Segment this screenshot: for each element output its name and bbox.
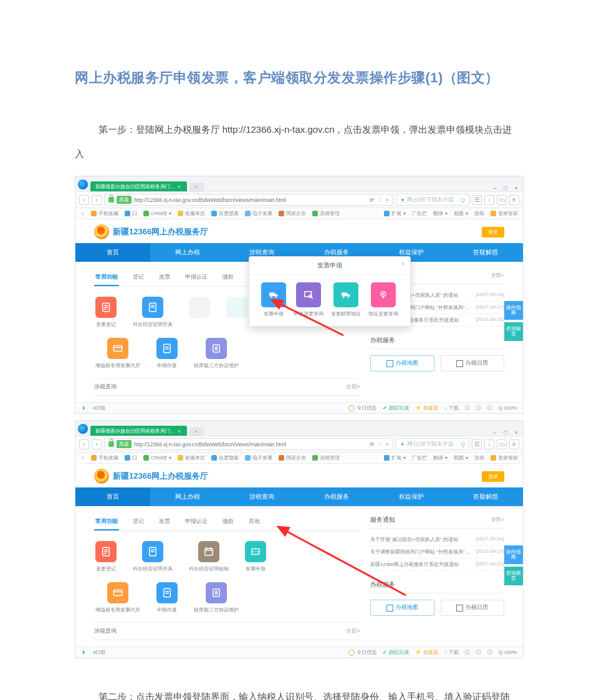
browser-menu-button[interactable]: ≡ [509,439,519,449]
status-other[interactable]: ⓘ [476,405,481,411]
window-max-icon[interactable]: □ [501,429,509,436]
fn-outcert-create[interactable]: 外出经营证明开具 [133,297,173,328]
browser-tab-new[interactable]: + [189,427,204,436]
bookmark-item[interactable]: 口 [125,210,137,217]
status-other[interactable]: ⓘ [465,405,470,411]
news-row[interactable]: 新疆12366网上办税服务厅系统升级通知[2017-04-21] [370,559,504,571]
fn-change-reg[interactable]: 变更登记 [95,541,117,572]
bookmark-item[interactable]: 国家企查 [279,210,306,217]
subtab-pay[interactable]: 缴款 [221,514,235,530]
address-dropdown-icon[interactable]: ▾ [386,441,389,448]
popup-progress-query[interactable]: 申领进度查询 [294,282,323,317]
fn-change-reg[interactable]: 变更登记 [95,297,117,328]
subtab-common[interactable]: 常用功能 [94,514,119,530]
subtab-pay[interactable]: 缴款 [221,269,235,286]
nav-forward-button[interactable]: › [92,439,102,449]
browser-ext-button-2[interactable]: ↓ [484,439,494,449]
popup-change-address[interactable]: 变更邮寄地址 [331,282,361,317]
bookmark-item[interactable]: 百度搜索 [211,210,239,217]
toolbar-ext[interactable]: 登录管家 [491,210,518,217]
popup-invoice-apply[interactable]: 发票申领 [261,282,286,317]
status-track[interactable]: ✔ 跟踪完成 [383,649,409,656]
inquiry-more[interactable]: 全部> [346,627,360,635]
search-go-icon[interactable]: Q [461,197,465,203]
inquiry-bar[interactable]: 涉税查询 全部> [94,378,360,396]
status-download[interactable]: ↓ 下载 [444,649,459,656]
bookmark-item[interactable]: 口 [125,454,137,461]
login-button[interactable]: 登录 [482,471,504,482]
address-star-icon[interactable]: ☆ [377,440,383,448]
nav-wsbs[interactable]: 网上办税 [150,487,225,506]
bookmark-item[interactable]: 电子发票 [245,210,272,217]
browser-ext-button-1[interactable]: ☰ [472,195,482,205]
address-bar[interactable]: 高速 http://12366.xj-n-tax.gov.cn/BsfwWeb/… [104,194,393,206]
tab-close-icon[interactable]: × [178,184,181,190]
toolbar-ext[interactable]: 广告拦 [412,454,427,461]
address-refresh-icon[interactable]: ⟳ [370,441,375,448]
nav-home[interactable]: 首页 [75,243,150,262]
nav-bsfw[interactable]: 办税服务 [299,487,374,506]
news-row[interactable]: 关于开展"减法组合+优税执人派" 的通知[2017-05-04] [370,534,504,546]
nav-home[interactable]: 首页 [75,487,150,506]
subtab-declare[interactable]: 申报认证 [184,514,209,530]
status-track[interactable]: ✔ 跟踪完成 [383,405,409,411]
window-close-icon[interactable]: × [512,185,520,191]
address-star-icon[interactable]: ☆ [377,196,383,204]
bookmark-item[interactable]: CRM佳▾ [143,454,171,461]
fn-vat-agent[interactable]: 增值税专用发票代开 [95,582,140,613]
search-go-icon[interactable]: Q [461,441,465,448]
float-consult-button[interactable]: 咨询留言 [504,322,523,341]
svc-calendar-button[interactable]: 办税日历 [441,355,505,372]
fn-declare-void[interactable]: 申报作废 [156,582,178,613]
toolbar-ext[interactable]: 翻译▾ [433,454,448,461]
window-min-icon[interactable]: – [491,429,499,436]
bookmark-item[interactable]: 收藏本页 [178,454,205,461]
browser-ext-button-1[interactable]: ☰ [472,439,482,449]
nav-forward-button[interactable]: › [92,195,102,205]
nav-dyjh[interactable]: 答疑解惑 [448,243,523,262]
status-download[interactable]: ↓ 下载 [444,405,459,411]
fn-bank-agreement[interactable]: 税库银三方协议维护 [194,582,239,613]
browser-ext-button-3[interactable]: ▭ [497,439,507,449]
nav-back-button[interactable]: ‹ [79,195,89,205]
tab-close-icon[interactable]: × [178,428,181,434]
news-more[interactable]: 全部> [491,272,504,280]
toolbar-ext[interactable]: 游戏 [474,210,484,217]
browser-menu-button[interactable]: ≡ [509,195,519,205]
browser-search-box[interactable]: ✦ 网云(留守期末开篇 Q [396,438,469,450]
status-today[interactable]: 今日优选 [348,649,376,656]
nav-qybh[interactable]: 权益保护 [374,487,449,506]
subtab-declare[interactable]: 申报认证 [184,269,209,286]
address-refresh-icon[interactable]: ⟳ [370,197,375,203]
bookmark-item[interactable]: 收藏本页 [178,210,205,217]
browser-ext-button-2[interactable]: ↓ [484,195,494,205]
toolbar-ext[interactable]: 翻译▾ [433,210,448,217]
bookmark-item[interactable]: 手机收藏 [91,454,118,461]
bookmark-item[interactable]: 电子发票 [245,454,272,461]
window-close-icon[interactable]: × [512,429,520,436]
status-today[interactable]: 今日优选 [348,405,376,411]
status-other[interactable]: ⓘ [465,649,470,656]
status-other[interactable]: ⓘ [487,405,492,411]
toolbar-ext[interactable]: 截图▾ [454,454,468,461]
window-max-icon[interactable]: □ [501,185,509,191]
fn-bank-agreement[interactable]: 税库银三方协议维护 [194,338,239,369]
nav-back-button[interactable]: ‹ [79,439,89,449]
nav-dyjh[interactable]: 答疑解惑 [448,487,523,506]
toolbar-ext[interactable]: 登录管家 [491,454,518,461]
news-row[interactable]: 关于调整新疆国税局门户网站 "外部发展局"…[2017-04-27] [370,546,504,559]
fn-outcert-create[interactable]: 外出经营证明开具 [133,541,173,572]
bookmark-item[interactable]: 百度搜索 [211,454,239,461]
status-zoom[interactable]: Q 100% [499,405,517,411]
news-more[interactable]: 全部> [491,516,504,524]
nav-sscx[interactable]: 涉税查询 [224,487,299,506]
status-other[interactable]: ⓘ [476,649,481,656]
browser-search-box[interactable]: ✦ 网云(留守期末开篇 Q [396,194,469,206]
subtab-reg[interactable]: 登记 [132,269,145,286]
svc-map-button[interactable]: 办税地图 [370,600,434,616]
subtab-invoice[interactable]: 发票 [158,269,171,286]
status-accel[interactable]: ⚡ 加速器 [415,405,438,411]
bookmark-item[interactable]: 手机收藏 [91,210,118,217]
toolbar-ext[interactable]: 广告拦 [412,210,427,217]
toolbar-ext[interactable]: 扩展▾ [384,454,406,461]
